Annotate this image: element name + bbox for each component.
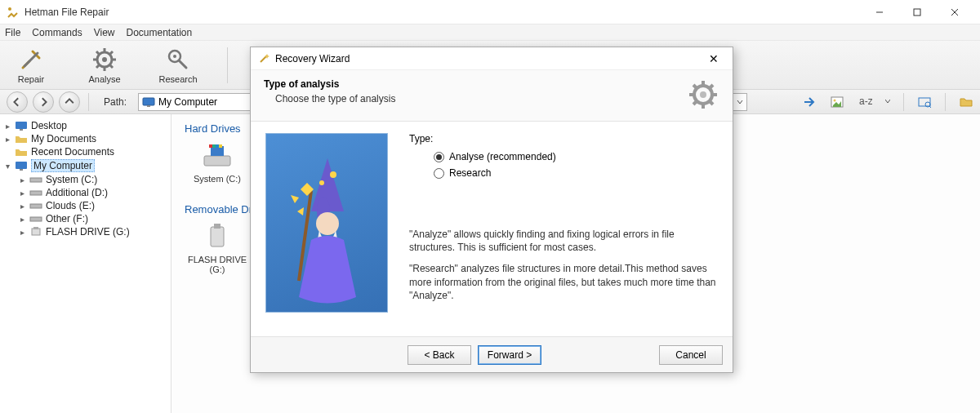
dialog-title: Recovery Wizard [275, 53, 702, 64]
path-label: Path: [104, 96, 127, 108]
svg-point-59 [319, 180, 324, 185]
svg-line-16 [179, 60, 186, 68]
drive-icon [29, 200, 42, 211]
svg-rect-19 [143, 98, 154, 105]
radio-analyse[interactable]: Analyse (recommended) [434, 151, 718, 162]
magnifier-gear-icon [165, 47, 191, 73]
usb-icon [29, 226, 42, 238]
chevron-right-icon[interactable]: ▸ [3, 135, 11, 144]
tree-drive-d[interactable]: ▸Additional (D:) [18, 186, 167, 199]
analyse-button[interactable]: Analyse [80, 47, 129, 84]
chevron-right-icon[interactable]: ▸ [3, 122, 11, 131]
forward-button[interactable] [33, 91, 54, 113]
chevron-right-icon[interactable]: ▸ [18, 228, 26, 237]
picture-icon[interactable] [830, 95, 844, 109]
svg-rect-41 [216, 144, 219, 148]
tree: ▸ Desktop ▸ My Documents ▸ Recent Docume… [0, 114, 172, 413]
dialog-close-button[interactable]: ✕ [702, 52, 726, 65]
chevron-right-icon[interactable]: ▸ [18, 189, 26, 198]
svg-line-14 [96, 65, 99, 68]
menubar: File Commands View Documentation [0, 24, 980, 41]
dialog-desc-1: "Analyze" allows quickly finding and fix… [409, 228, 718, 254]
svg-point-22 [834, 99, 836, 101]
svg-line-12 [110, 65, 113, 68]
titlebar: Hetman File Repair [0, 0, 980, 24]
svg-point-0 [8, 7, 11, 11]
window-title: Hetman File Repair [24, 7, 861, 18]
svg-point-17 [173, 55, 176, 58]
svg-rect-28 [20, 129, 23, 131]
svg-rect-30 [20, 169, 23, 171]
dialog-header-sub: Choose the type of analysis [275, 93, 687, 104]
tree-my-documents[interactable]: ▸ My Documents [3, 132, 167, 145]
svg-rect-42 [219, 144, 222, 148]
folder-icon[interactable] [959, 95, 973, 109]
svg-line-13 [110, 51, 113, 54]
chevron-right-icon[interactable]: ▸ [18, 202, 26, 211]
chevron-down-icon[interactable]: ▾ [3, 162, 11, 171]
radio-icon [434, 152, 444, 162]
preview-icon[interactable] [917, 95, 932, 109]
monitor-icon [15, 160, 28, 171]
svg-rect-35 [32, 229, 40, 235]
svg-point-6 [102, 57, 107, 62]
menu-commands[interactable]: Commands [32, 27, 82, 38]
dropdown-caret-icon[interactable] [885, 95, 890, 109]
svg-rect-36 [33, 227, 38, 229]
menu-view[interactable]: View [94, 27, 115, 38]
svg-rect-44 [211, 227, 224, 246]
svg-rect-27 [16, 122, 27, 129]
svg-point-60 [330, 171, 336, 178]
svg-line-54 [710, 101, 713, 104]
go-icon[interactable] [802, 95, 817, 109]
svg-rect-34 [30, 217, 42, 221]
chevron-right-icon[interactable]: ▸ [18, 175, 26, 184]
svg-line-53 [693, 85, 697, 88]
close-button[interactable] [936, 0, 973, 24]
svg-rect-32 [30, 191, 42, 195]
svg-text:a-z: a-z [859, 95, 872, 107]
tree-drive-g[interactable]: ▸FLASH DRIVE (G:) [18, 225, 167, 238]
svg-rect-33 [30, 204, 42, 208]
maximize-button[interactable] [898, 0, 936, 24]
menu-documentation[interactable]: Documentation [127, 27, 193, 38]
drive-system-c[interactable]: System (C:) [185, 141, 250, 184]
sort-icon[interactable]: a-z [858, 95, 872, 109]
up-button[interactable] [59, 91, 80, 113]
tree-recent-documents[interactable]: ▸ Recent Documents [3, 145, 167, 158]
research-button[interactable]: Research [154, 47, 203, 84]
drive-icon [29, 174, 42, 185]
svg-rect-40 [212, 144, 216, 148]
wand-icon [257, 52, 270, 65]
radio-research[interactable]: Research [434, 167, 718, 179]
menu-file[interactable]: File [5, 27, 20, 38]
gear-icon [91, 47, 118, 73]
drive-flash-g[interactable]: FLASH DRIVE (G:) [185, 222, 250, 274]
back-button[interactable]: < Back [408, 345, 471, 365]
svg-rect-29 [16, 162, 27, 169]
svg-rect-31 [30, 178, 42, 182]
tree-my-computer[interactable]: ▾ My Computer [3, 158, 167, 173]
radio-analyse-label: Analyse (recommended) [449, 151, 556, 162]
radio-research-label: Research [449, 167, 491, 179]
dialog-footer: < Back Forward > Cancel [251, 336, 733, 372]
svg-line-56 [693, 101, 697, 104]
tree-drive-f[interactable]: ▸Other (F:) [18, 212, 167, 225]
recovery-wizard-dialog: Recovery Wizard ✕ Type of analysis Choos… [250, 47, 733, 373]
usb-icon [201, 222, 234, 251]
tree-drive-c[interactable]: ▸System (C:) [18, 173, 167, 186]
svg-line-26 [929, 106, 931, 108]
back-button[interactable] [7, 91, 28, 113]
tree-desktop[interactable]: ▸ Desktop [3, 119, 167, 132]
cancel-button[interactable]: Cancel [659, 345, 723, 365]
tree-drive-e[interactable]: ▸Clouds (E:) [18, 199, 167, 212]
app-icon [7, 6, 20, 19]
forward-button[interactable]: Forward > [478, 345, 541, 365]
wrench-icon [18, 47, 44, 73]
chevron-right-icon[interactable]: ▸ [18, 215, 26, 224]
minimize-button[interactable] [861, 0, 898, 24]
svg-rect-37 [204, 156, 230, 166]
repair-button[interactable]: Repair [7, 47, 56, 84]
svg-rect-39 [209, 144, 212, 148]
svg-rect-2 [914, 9, 920, 16]
